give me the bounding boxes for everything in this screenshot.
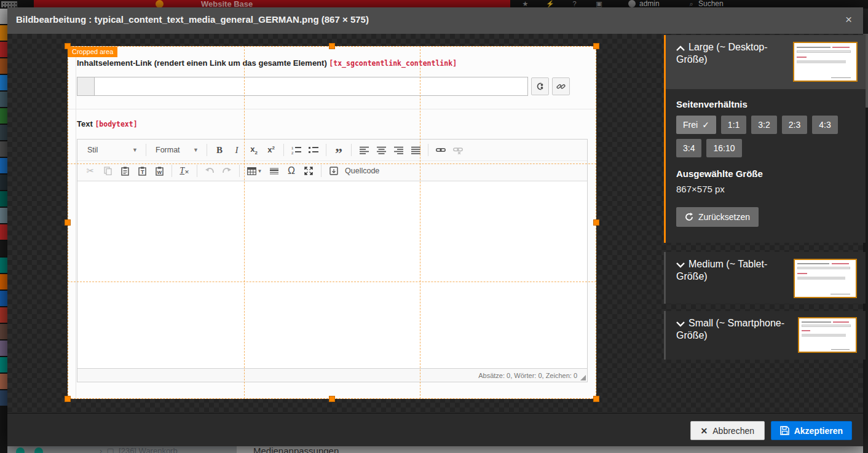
italic-icon[interactable]: I [229,143,245,157]
crop-handle-e[interactable] [593,219,599,226]
paste-icon[interactable] [117,163,133,178]
monitor-icon: ▣ [595,1,603,7]
ordered-list-icon[interactable]: 12 [288,143,304,157]
crop-handle-n[interactable] [329,43,335,49]
crop-handle-ne[interactable] [593,43,599,49]
chevron-down-icon [676,262,685,268]
selected-size-value: 867×575 px [676,184,866,194]
flush-cache-icon: ⚡ [546,1,554,7]
paste-as-text-icon[interactable]: T [134,163,150,178]
link-field-key: [tx_sgcontentlink_contentlink] [329,59,457,68]
screen: Website Base ★ ⚡ ? ▣ admin ⌕ Suchen › ▢ … [0,0,868,453]
bullet-list-icon[interactable] [306,143,322,157]
source-label[interactable]: Quellcode [345,167,379,175]
crop-variant-medium: Medium (~ Tablet-Größe) [664,252,866,304]
align-center-icon[interactable] [373,143,389,157]
chevron-down-icon: ▼ [132,147,138,153]
close-icon: ✕ [701,426,708,436]
record-selector-icon [535,82,545,91]
aspect-ratio-heading: Seitenverhältnis [676,99,866,109]
crop-variant-large-header[interactable]: Large (~ Desktop-Größe) [666,35,866,89]
rte-content-area[interactable] [77,181,587,368]
crop-variant-large: Large (~ Desktop-Größe) Seitenverhältnis… [664,35,866,243]
chevron-down-icon [676,321,685,327]
panel-title: Small (~ Smartphone-Größe) [676,317,793,342]
unlink-icon [450,143,466,157]
cancel-button[interactable]: ✕ Abbrechen [690,421,765,440]
cropped-area-label: Cropped area [68,47,117,57]
backdrop-page-bottom: › ▢ [236] Warenkorb Medienanpassungen [7,446,868,453]
crop-handle-sw[interactable] [65,396,71,402]
link-browse-button[interactable] [552,77,570,95]
app-grid-icon [1,1,17,7]
bold-icon[interactable]: B [211,143,227,157]
user-avatar [628,0,636,7]
form-divider [68,109,596,109]
svg-text:2: 2 [291,151,294,154]
copy-icon [100,163,116,178]
accept-button[interactable]: Akzeptieren [771,421,852,440]
refresh-icon [685,213,693,221]
crop-variant-small: Small (~ Smartphone-Größe) [664,311,866,360]
link-icon [556,82,566,91]
crop-handle-s[interactable] [329,396,335,402]
insert-link-icon[interactable] [433,143,449,157]
check-icon: ✓ [702,120,709,130]
subscript-icon[interactable]: x2 [246,143,262,157]
svg-text:1: 1 [291,146,294,150]
modal-header: Bildbearbeitung : typical_content_text_m… [7,7,863,34]
format-combo[interactable]: Format▼ [151,143,202,157]
special-char-icon[interactable]: Ω [283,163,299,178]
link-input-row [77,77,570,96]
aspect-ratio-options: Frei✓ 1:1 3:2 2:3 4:3 3:4 16:10 [676,116,861,157]
crop-image[interactable]: Inhaltselement-Link (rendert einen Link … [68,46,596,399]
pagetree-item: › ▢ [236] Warenkorb [100,446,178,453]
module-menu-strip [0,9,7,453]
image-editing-modal: Bildbearbeitung : typical_content_text_m… [7,7,863,446]
crop-handle-w[interactable] [65,219,71,226]
aspect-option-3-2[interactable]: 3:2 [751,116,776,134]
horizontal-line-icon[interactable] [266,163,282,178]
remove-format-icon[interactable]: T✕ [176,163,192,178]
crop-handle-se[interactable] [593,396,599,402]
redo-icon [219,163,235,178]
page-tree-icon [16,447,25,453]
text-field-key: [bodytext] [95,120,137,128]
aspect-option-1-1[interactable]: 1:1 [721,116,746,134]
crop-variant-medium-header[interactable]: Medium (~ Tablet-Größe) [666,252,866,304]
insert-record-button[interactable] [531,77,549,95]
align-justify-icon[interactable] [408,143,424,157]
text-field-label: Text [bodytext] [77,119,138,128]
bookmark-icon: ★ [521,1,529,7]
reset-button[interactable]: Zurücksetzen [676,207,759,227]
style-combo[interactable]: Stil▼ [82,143,141,157]
save-icon [780,426,789,435]
align-right-icon[interactable] [390,143,406,157]
chevron-down-icon: ▼ [193,147,199,153]
source-icon[interactable] [326,163,342,178]
close-icon[interactable]: × [845,13,852,26]
svg-text:T: T [141,169,144,175]
richtext-editor: Stil▼ Format▼ B I x2 x2 12 [77,139,588,382]
maximize-icon[interactable] [301,163,317,178]
aspect-option-3-4[interactable]: 3:4 [676,139,701,157]
aspect-option-16-10[interactable]: 16:10 [706,139,741,157]
align-left-icon[interactable] [356,143,372,157]
form-panel-border [76,46,76,399]
word-count: Absätze: 0, Wörter: 0, Zeichen: 0 [478,372,577,379]
aspect-option-2-3[interactable]: 2:3 [782,116,807,134]
resize-grip[interactable] [580,375,586,380]
link-input[interactable] [94,77,528,96]
aspect-option-frei[interactable]: Frei✓ [676,116,716,134]
rte-statusbar: Absätze: 0, Wörter: 0, Zeichen: 0 [77,368,587,382]
undo-icon [202,163,218,178]
superscript-icon[interactable]: x2 [263,143,279,157]
table-icon[interactable]: ▼ [244,163,265,178]
crop-variant-small-header[interactable]: Small (~ Smartphone-Größe) [666,311,866,360]
modal-body: Inhaltselement-Link (rendert einen Link … [7,34,863,413]
paste-from-word-icon[interactable]: W [151,163,167,178]
aspect-option-4-3[interactable]: 4:3 [812,116,837,134]
page-tree-icon [34,447,43,453]
blockquote-icon[interactable]: ” [331,143,347,157]
rte-toolbar-row1: Stil▼ Format▼ B I x2 x2 12 [77,140,587,161]
